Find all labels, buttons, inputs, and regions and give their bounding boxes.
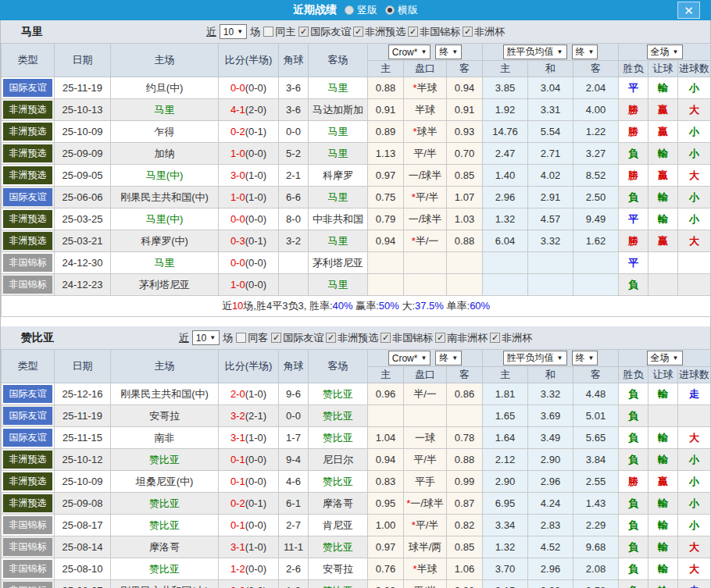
away-team: 中非共和国 (309, 208, 368, 230)
away-team: 赞比亚 (309, 427, 368, 449)
col-ht-result: 让球 (648, 61, 678, 77)
avg-win-value: 2.47 (483, 143, 528, 165)
result-outcome: 負 (619, 515, 648, 536)
avg-lose-value: 4.00 (573, 99, 619, 121)
same-venue-label: 同主 (275, 25, 295, 39)
competition-filter[interactable]: ✓ 非国锦标 (408, 25, 460, 39)
away-team: 马里 (309, 187, 368, 208)
col-goals: 进球数 (678, 367, 711, 383)
handicap-value: *半球 (404, 558, 447, 580)
corner-score: 8-0 (279, 208, 309, 230)
odds-away-value (447, 405, 483, 427)
radio-horizontal-mode[interactable]: 横版 (385, 3, 418, 17)
avg-win-value: 1.32 (483, 208, 528, 230)
odds-home-value: 0.76 (368, 558, 404, 580)
odds-company-select[interactable]: Crow* ▼ (388, 45, 431, 59)
near-link[interactable]: 近 (179, 331, 189, 345)
score-halftime: (0-0) (245, 519, 266, 531)
avg-win-value: 3.70 (483, 558, 528, 580)
competition-label: 非洲杯 (474, 25, 505, 39)
away-team: 科摩罗 (309, 165, 368, 187)
home-team: 安哥拉 (111, 405, 219, 427)
odds-away-value: 0.85 (447, 165, 483, 187)
odds-away-value: 0.82 (447, 515, 483, 536)
match-score: 3-1(1-0) (219, 536, 279, 558)
match-date: 25-08-14 (55, 536, 111, 558)
competition-filter[interactable]: ✓ 南非洲杯 (435, 331, 488, 345)
away-team: 马里 (309, 230, 368, 252)
avg-state-select[interactable]: 终 ▼ (572, 351, 598, 365)
result-goals: 大 (678, 165, 711, 187)
odds-away-value: 1.06 (447, 558, 483, 580)
summary-segment: 大: (399, 300, 415, 312)
same-venue-filter[interactable]: 同客 (236, 331, 268, 345)
match-count-value: 10 (196, 333, 206, 344)
section-gap (1, 317, 710, 326)
checkbox-icon: ✓ (326, 333, 336, 343)
avg-lose-value: 9.49 (573, 208, 619, 230)
match-count-select[interactable]: 10 ▼ (220, 24, 247, 39)
score-fulltime: 0-1 (230, 454, 245, 465)
result-outcome: 勝 (619, 99, 648, 121)
avg-win-value: 3.34 (483, 515, 528, 536)
same-venue-filter[interactable]: 同主 (263, 25, 295, 39)
odds-away-value: 0.78 (447, 427, 483, 449)
odds-state-select[interactable]: 终 ▼ (435, 45, 462, 59)
match-score: 0-0(0-0) (219, 208, 279, 230)
handicap-value: 球半/两 (404, 536, 447, 558)
avg-type-select[interactable]: 胜平负均值 ▼ (503, 45, 567, 59)
score-fulltime: 3-0 (230, 169, 245, 181)
match-score: 2-0(0-0) (219, 580, 279, 588)
result-handicap: 輸 (648, 558, 678, 580)
close-button[interactable]: ✕ (677, 2, 700, 19)
odds-state-select[interactable]: 终 ▼ (435, 351, 462, 365)
col-date: 日期 (55, 44, 111, 77)
handicap-text: 一/球半 (409, 213, 442, 225)
match-count-select[interactable]: 10 ▼ (192, 330, 220, 345)
col-type: 类型 (2, 44, 55, 77)
near-link[interactable]: 近 (206, 25, 216, 39)
competition-filter[interactable]: ✓ 非洲杯 (463, 25, 505, 39)
score-halftime: (0-1) (245, 126, 266, 137)
competition-filter[interactable]: ✓ 非国锦标 (381, 331, 433, 345)
avg-lose-value (573, 252, 619, 274)
result-handicap: 輸 (648, 143, 678, 165)
match-score: 0-1(0-0) (219, 449, 279, 471)
competition-filter[interactable]: ✓ 非洲杯 (490, 331, 532, 345)
match-score: 3-0(1-0) (219, 165, 279, 187)
avg-type-select[interactable]: 胜平负均值 ▼ (503, 351, 567, 365)
result-goals: 小 (678, 493, 711, 515)
avg-state-select[interactable]: 终 ▼ (572, 45, 598, 59)
odds-away-value: 0.87 (447, 493, 483, 515)
sections-container: 马里 近 10 ▼ 场 同主 ✓ 国际友谊 ✓ 非洲预选 ✓ 非国锦标 ✓ (0, 20, 711, 588)
summary-segment: 场,胜4平3负3, 胜率: (243, 300, 332, 312)
score-fulltime: 1-0 (230, 279, 245, 290)
odds-home-value: 0.91 (368, 99, 404, 121)
recent-results-window: 近期战绩 竖版 横版 ✕ 马里 近 10 ▼ 场 (0, 0, 711, 588)
result-handicap: 輸 (648, 449, 678, 471)
away-team: 马达加斯加 (309, 99, 368, 121)
result-handicap: 贏 (648, 471, 678, 493)
match-row: 非洲预选 25-10-09 乍得 0-2(0-1) 0-0 马里 0.89 *球… (2, 121, 711, 143)
competition-filters: ✓ 国际友谊 ✓ 非洲预选 ✓ 非国锦标 ✓ 非洲杯 (298, 25, 505, 39)
competition-type-badge: 非洲预选 (3, 210, 52, 228)
competition-filter[interactable]: ✓ 非洲预选 (353, 25, 406, 39)
match-date: 25-06-06 (55, 187, 111, 208)
radio-vertical-mode[interactable]: 竖版 (345, 3, 377, 17)
scope-group-header: 全场 ▼ (619, 350, 711, 367)
away-team: 马里 (309, 274, 368, 296)
competition-filter[interactable]: ✓ 非洲预选 (326, 331, 378, 345)
result-outcome: 負 (619, 427, 648, 449)
handicap-text: 平/半 (416, 191, 439, 203)
handicap-value (404, 274, 447, 296)
scope-select[interactable]: 全场 ▼ (647, 351, 683, 365)
scope-select[interactable]: 全场 ▼ (647, 45, 683, 59)
competition-filter[interactable]: ✓ 国际友谊 (271, 331, 323, 345)
checkbox-icon: ✓ (435, 333, 445, 343)
competition-filter[interactable]: ✓ 国际友谊 (298, 25, 351, 39)
home-team: 科摩罗(中) (111, 230, 219, 252)
score-halftime: (1-0) (245, 541, 266, 553)
odds-company-select[interactable]: Crow* ▼ (388, 351, 431, 365)
match-score: 0-3(0-1) (219, 230, 279, 252)
away-team: 赞比亚 (309, 580, 368, 588)
